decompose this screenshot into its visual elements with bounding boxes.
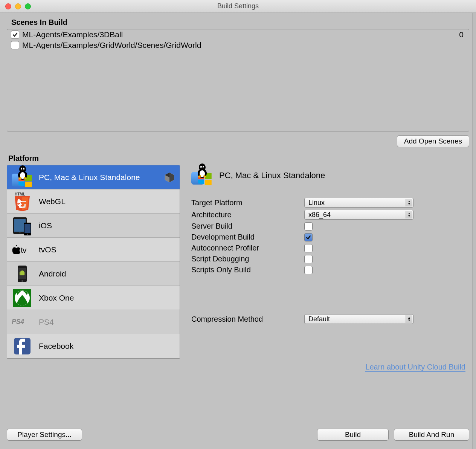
- facebook-icon: [12, 336, 33, 357]
- development-build-checkbox[interactable]: [304, 233, 313, 241]
- platform-label: iOS: [39, 221, 52, 230]
- xbox-icon: [12, 287, 33, 308]
- platform-label: PC, Mac & Linux Standalone: [39, 173, 140, 182]
- compression-method-select[interactable]: Default ▲▼: [304, 314, 413, 324]
- ios-icon: [12, 215, 33, 236]
- scenes-section-label: Scenes In Build: [11, 18, 469, 27]
- platform-item-xbox[interactable]: Xbox One: [7, 286, 180, 310]
- html5-icon: HTML5: [12, 191, 33, 212]
- target-platform-value: Linux: [308, 199, 325, 207]
- platform-item-ps4[interactable]: PS4 PS4: [7, 310, 180, 334]
- scene-checkbox[interactable]: [11, 41, 19, 49]
- scene-index: 0: [459, 30, 465, 39]
- platform-label: Facebook: [39, 342, 73, 351]
- svg-point-13: [27, 234, 28, 235]
- scene-path: ML-Agents/Examples/3DBall: [22, 30, 123, 39]
- scripts-only-checkbox[interactable]: [304, 266, 313, 274]
- platform-label: WebGL: [39, 197, 66, 206]
- platform-item-ios[interactable]: iOS: [7, 214, 180, 238]
- autoconnect-profiler-label: Autoconnect Profiler: [191, 244, 304, 252]
- svg-text:5: 5: [17, 199, 21, 208]
- android-icon: [12, 263, 33, 284]
- detail-header: PC, Mac & Linux Standalone: [191, 165, 465, 186]
- chevron-updown-icon: ▲▼: [406, 199, 412, 206]
- window-scrollbar[interactable]: [472, 13, 476, 449]
- standalone-icon: [12, 167, 33, 188]
- scene-row[interactable]: ML-Agents/Examples/GridWorld/Scenes/Grid…: [7, 40, 469, 50]
- scene-row[interactable]: ML-Agents/Examples/3DBall 0: [7, 29, 469, 40]
- platform-list: PC, Mac & Linux Standalone HTML5 WebGL i…: [7, 165, 180, 359]
- platform-item-tvos[interactable]: tv tvOS: [7, 238, 180, 262]
- script-debugging-label: Script Debugging: [191, 255, 304, 263]
- chevron-updown-icon: ▲▼: [406, 315, 412, 323]
- svg-text:tv: tv: [21, 246, 27, 254]
- scene-path: ML-Agents/Examples/GridWorld/Scenes/Grid…: [22, 41, 201, 50]
- architecture-select[interactable]: x86_64 ▲▼: [304, 210, 413, 220]
- platform-item-android[interactable]: Android: [7, 262, 180, 286]
- svg-rect-12: [24, 224, 31, 233]
- architecture-value: x86_64: [308, 211, 331, 219]
- platform-label: Xbox One: [39, 293, 74, 302]
- target-platform-label: Target Platform: [191, 199, 304, 207]
- platform-label: PS4: [39, 318, 54, 327]
- autoconnect-profiler-checkbox[interactable]: [304, 244, 313, 252]
- platform-label: tvOS: [39, 245, 56, 254]
- build-and-run-button[interactable]: Build And Run: [394, 429, 469, 441]
- chevron-updown-icon: ▲▼: [406, 211, 412, 218]
- svg-point-5: [21, 169, 22, 170]
- player-settings-button[interactable]: Player Settings...: [7, 429, 82, 441]
- scripts-only-label: Scripts Only Build: [191, 266, 304, 274]
- scene-checkbox[interactable]: [11, 31, 19, 39]
- standalone-icon: [191, 165, 212, 186]
- script-debugging-checkbox[interactable]: [304, 255, 313, 263]
- tvos-icon: tv: [12, 239, 33, 260]
- platform-item-standalone[interactable]: PC, Mac & Linux Standalone: [7, 165, 180, 189]
- platform-section-label: Platform: [8, 154, 469, 163]
- svg-point-28: [201, 167, 201, 168]
- cloud-build-link[interactable]: Learn about Unity Cloud Build: [365, 363, 465, 372]
- svg-text:HTML: HTML: [15, 192, 25, 196]
- unity-logo-icon: [164, 172, 175, 183]
- add-open-scenes-button[interactable]: Add Open Scenes: [397, 135, 469, 147]
- svg-point-14: [20, 232, 21, 233]
- platform-label: Android: [39, 269, 66, 278]
- window-titlebar: Build Settings: [0, 0, 476, 13]
- ps4-icon: PS4: [12, 312, 33, 333]
- server-build-label: Server Build: [191, 222, 304, 231]
- window-title: Build Settings: [0, 2, 476, 10]
- compression-method-label: Compression Method: [191, 315, 304, 324]
- svg-point-18: [21, 280, 23, 282]
- svg-point-6: [23, 169, 24, 170]
- compression-method-value: Default: [308, 315, 330, 323]
- svg-text:PS4: PS4: [12, 318, 24, 325]
- platform-item-facebook[interactable]: Facebook: [7, 334, 180, 358]
- build-button[interactable]: Build: [317, 429, 389, 441]
- architecture-label: Architecture: [191, 211, 304, 219]
- platform-item-webgl[interactable]: HTML5 WebGL: [7, 189, 180, 214]
- detail-title: PC, Mac & Linux Standalone: [219, 171, 325, 180]
- target-platform-select[interactable]: Linux ▲▼: [304, 198, 413, 208]
- svg-point-29: [203, 167, 204, 168]
- server-build-checkbox[interactable]: [304, 222, 313, 231]
- development-build-label: Development Build: [191, 233, 304, 241]
- scenes-list[interactable]: ML-Agents/Examples/3DBall 0 ML-Agents/Ex…: [7, 29, 469, 131]
